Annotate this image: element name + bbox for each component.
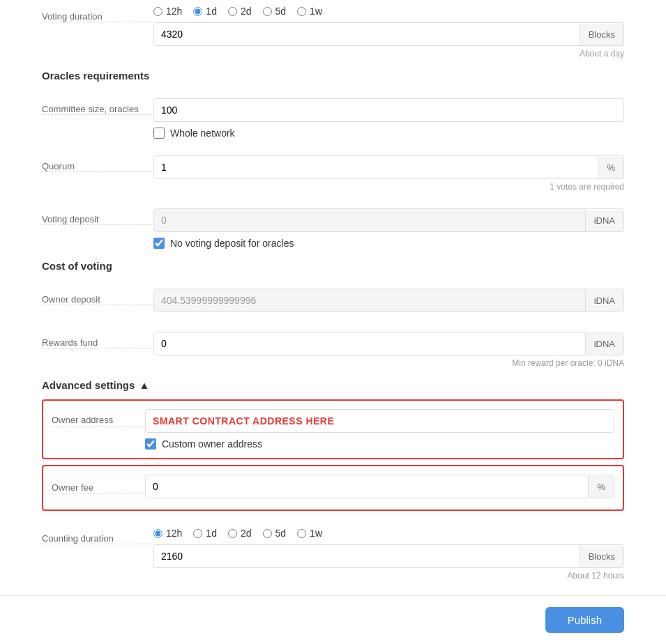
collapse-icon: ▲	[139, 379, 149, 391]
voting-duration-blocks-input-wrapper: 4320 Blocks	[153, 22, 624, 46]
quorum-input[interactable]: 1	[154, 156, 598, 178]
counting-duration-radio-group: 12h 1d 2d 5d 1w	[153, 528, 624, 539]
advanced-settings-header[interactable]: Advanced settings ▲	[42, 379, 624, 391]
voting-duration-label: Voting duration	[42, 6, 153, 22]
whole-network-checkbox[interactable]	[153, 128, 165, 139]
counting-duration-12h[interactable]: 12h	[153, 528, 182, 539]
quorum-label: Quorum	[42, 155, 153, 172]
no-voting-deposit-label[interactable]: No voting deposit for oracles	[170, 238, 294, 249]
counting-duration-5d[interactable]: 5d	[263, 528, 287, 539]
custom-owner-address-checkbox[interactable]	[145, 438, 156, 450]
quorum-input-wrapper: 1 %	[153, 155, 624, 179]
committee-size-input[interactable]: 100	[153, 98, 624, 122]
rewards-fund-suffix: iDNA	[585, 333, 623, 355]
advanced-settings-title: Advanced settings	[42, 379, 135, 391]
oracles-requirements-title: Oracles requirements	[42, 70, 624, 82]
counting-duration-1w[interactable]: 1w	[297, 528, 322, 539]
no-voting-deposit-checkbox[interactable]	[153, 238, 165, 249]
no-voting-deposit-row: No voting deposit for oracles	[153, 238, 624, 249]
counting-duration-blocks-suffix: Blocks	[580, 546, 623, 567]
counting-duration-blocks-input[interactable]: 2160	[154, 545, 580, 567]
voting-deposit-suffix: iDNA	[585, 210, 623, 231]
owner-deposit-input-wrapper: 404.53999999999996 iDNA	[153, 289, 624, 312]
voting-duration-2d[interactable]: 2d	[228, 6, 252, 17]
owner-address-input[interactable]	[145, 409, 614, 433]
voting-duration-blocks-input[interactable]: 4320	[154, 23, 580, 45]
whole-network-label[interactable]: Whole network	[170, 128, 235, 139]
owner-fee-suffix: %	[588, 476, 614, 498]
counting-duration-1d[interactable]: 1d	[193, 528, 217, 539]
rewards-fund-hint: Min reward per oracle: 0 iDNA	[153, 358, 624, 368]
owner-address-highlighted-box: Owner address Custom owner address	[42, 399, 624, 459]
publish-bar: Publish	[0, 595, 666, 644]
owner-fee-row: Owner fee 0 %	[52, 475, 614, 501]
owner-address-content	[145, 409, 614, 433]
voting-deposit-input-wrapper: 0 iDNA	[153, 208, 624, 232]
counting-duration-2d[interactable]: 2d	[228, 528, 252, 539]
voting-duration-hint: About a day	[153, 49, 624, 59]
rewards-fund-content: 0 iDNA Min reward per oracle: 0 iDNA	[153, 332, 624, 368]
custom-owner-address-label[interactable]: Custom owner address	[162, 438, 262, 450]
rewards-fund-input[interactable]: 0	[154, 332, 585, 355]
owner-deposit-suffix: iDNA	[585, 290, 623, 312]
publish-button[interactable]: Publish	[545, 607, 624, 633]
committee-size-content: 100 Whole network	[153, 98, 624, 139]
voting-duration-5d[interactable]: 5d	[263, 6, 287, 17]
voting-deposit-content: 0 iDNA No voting deposit for oracles	[153, 208, 624, 249]
voting-duration-1w[interactable]: 1w	[297, 6, 322, 17]
voting-duration-content: 12h 1d 2d 5d 1w 4320 Blocks Abou	[153, 6, 624, 59]
voting-deposit-input[interactable]: 0	[154, 209, 585, 231]
voting-duration-12h[interactable]: 12h	[153, 6, 182, 17]
rewards-fund-label: Rewards fund	[42, 332, 153, 348]
owner-deposit-content: 404.53999999999996 iDNA	[153, 289, 624, 315]
owner-address-label: Owner address	[52, 415, 145, 427]
voting-deposit-label: Voting deposit	[42, 208, 153, 225]
owner-deposit-input[interactable]: 404.53999999999996	[154, 289, 585, 312]
rewards-fund-input-wrapper: 0 iDNA	[153, 332, 624, 355]
owner-fee-input-wrapper: 0 %	[145, 475, 614, 498]
owner-fee-content: 0 %	[145, 475, 614, 501]
voting-duration-radio-group: 12h 1d 2d 5d 1w	[153, 6, 624, 17]
quorum-suffix: %	[598, 157, 623, 178]
cost-of-voting-title: Cost of voting	[42, 260, 624, 272]
quorum-content: 1 % 1 votes are required	[153, 155, 624, 192]
custom-owner-address-row: Custom owner address	[145, 438, 614, 450]
owner-deposit-label: Owner deposit	[42, 289, 153, 305]
voting-duration-1d[interactable]: 1d	[193, 6, 217, 17]
owner-address-row: Owner address	[52, 409, 614, 433]
owner-fee-input[interactable]: 0	[146, 475, 588, 498]
voting-duration-blocks-suffix: Blocks	[580, 24, 623, 45]
owner-fee-label: Owner fee	[52, 482, 145, 493]
committee-size-label: Committee size, oracles	[42, 98, 153, 115]
counting-duration-hint: About 12 hours	[153, 571, 624, 581]
counting-duration-blocks-input-wrapper: 2160 Blocks	[153, 544, 624, 568]
quorum-hint: 1 votes are required	[153, 182, 624, 192]
counting-duration-content: 12h 1d 2d 5d 1w 2160 Blocks Abou	[153, 528, 624, 581]
owner-fee-highlighted-box: Owner fee 0 %	[42, 465, 624, 511]
counting-duration-label: Counting duration	[42, 528, 153, 544]
whole-network-row: Whole network	[153, 128, 624, 139]
